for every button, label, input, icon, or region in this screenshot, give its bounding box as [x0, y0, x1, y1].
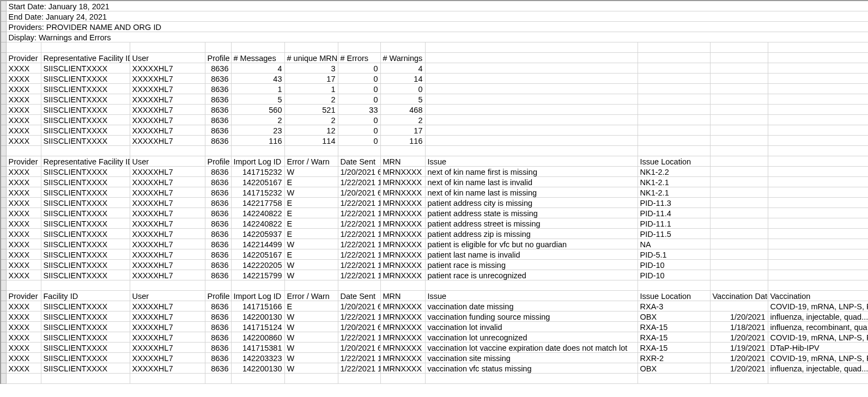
facility[interactable]: SIISCLIENTXXXX [41, 259, 130, 270]
row-gutter[interactable] [1, 228, 6, 239]
cell[interactable] [638, 63, 710, 73]
provider[interactable]: XXXX [6, 311, 41, 321]
date-sent[interactable]: 1/20/2021 6:22 [338, 321, 380, 332]
h-warnings[interactable]: # Warnings [380, 52, 425, 63]
row-gutter[interactable] [1, 21, 6, 32]
mrn[interactable]: MRNXXXX [380, 363, 425, 373]
vaccination[interactable]: COVID-19, mRNA, LNP-S, PF, ... [768, 352, 868, 363]
error-warn[interactable]: W [284, 363, 338, 373]
provider[interactable]: XXXX [6, 363, 41, 373]
date-sent[interactable]: 1/22/2021 14:05 [338, 249, 380, 259]
issue-location[interactable]: PID-10 [638, 270, 710, 280]
profile[interactable]: 8636 [205, 342, 231, 352]
facility[interactable]: SIISCLIENTXXXX [41, 104, 130, 114]
cell[interactable] [638, 104, 710, 114]
provider[interactable]: XXXX [6, 249, 41, 259]
mrn[interactable]: MRNXXXX [380, 187, 425, 197]
cell[interactable] [768, 145, 868, 156]
cell[interactable] [768, 63, 868, 73]
issue-location[interactable]: RXA-3 [638, 301, 710, 311]
row-gutter[interactable] [1, 259, 6, 270]
import-id[interactable]: 142240822 [231, 218, 284, 228]
date-sent[interactable]: 1/22/2021 14:05 [338, 176, 380, 187]
issue[interactable]: patient last name is invalid [425, 249, 638, 259]
cell[interactable] [41, 42, 130, 52]
cell[interactable] [338, 42, 380, 52]
profile[interactable]: 8636 [205, 311, 231, 321]
profile[interactable]: 8636 [205, 73, 231, 83]
error-warn[interactable]: W [284, 259, 338, 270]
import-id[interactable]: 142205937 [231, 228, 284, 239]
cell[interactable] [768, 73, 868, 83]
provider[interactable]: XXXX [6, 301, 41, 311]
cell[interactable] [205, 42, 231, 52]
h-user[interactable]: User [130, 52, 205, 63]
cell[interactable] [710, 187, 768, 197]
cell[interactable] [768, 94, 868, 104]
vaccination[interactable]: COVID-19, mRNA, LNP-S, PF, ... [768, 301, 868, 311]
h-import[interactable]: Import Log ID [231, 290, 284, 301]
error-warn[interactable]: W [284, 239, 338, 249]
issue[interactable]: next of kin name last is missing [425, 187, 638, 197]
import-id[interactable]: 142200130 [231, 311, 284, 321]
error-warn[interactable]: W [284, 187, 338, 197]
provider[interactable]: XXXX [6, 104, 41, 114]
issue-location[interactable]: RXA-15 [638, 342, 710, 352]
cell[interactable] [710, 83, 768, 94]
row-gutter[interactable] [1, 311, 6, 321]
cell[interactable] [768, 280, 868, 290]
row-gutter[interactable] [1, 249, 6, 259]
cell[interactable] [768, 228, 868, 239]
h-loc[interactable]: Issue Location [638, 156, 710, 166]
issue[interactable]: patient address street is missing [425, 218, 638, 228]
cell[interactable] [768, 207, 868, 218]
h-profile[interactable]: Profile [205, 290, 231, 301]
issue-location[interactable]: RXR-2 [638, 352, 710, 363]
cell[interactable] [41, 145, 130, 156]
messages[interactable]: 5 [231, 94, 284, 104]
facility[interactable]: SIISCLIENTXXXX [41, 239, 130, 249]
mrn[interactable]: MRNXXXX [380, 239, 425, 249]
cell[interactable] [768, 187, 868, 197]
issue[interactable]: vaccination date missing [425, 301, 638, 311]
row-gutter[interactable] [1, 270, 6, 280]
h-mrn[interactable]: MRN [380, 290, 425, 301]
import-id[interactable]: 141715232 [231, 187, 284, 197]
vacc-date[interactable] [710, 301, 768, 311]
cell[interactable] [768, 373, 868, 383]
h-profile[interactable]: Profile [205, 156, 231, 166]
facility[interactable]: SIISCLIENTXXXX [41, 135, 130, 145]
cell[interactable] [130, 42, 205, 52]
cell[interactable] [768, 114, 868, 125]
cell[interactable] [231, 373, 284, 383]
mrn[interactable]: MRNXXXX [380, 301, 425, 311]
cell[interactable] [710, 228, 768, 239]
provider[interactable]: XXXX [6, 83, 41, 94]
cell[interactable] [380, 280, 425, 290]
profile[interactable]: 8636 [205, 114, 231, 125]
h-provider[interactable]: Provider [6, 52, 41, 63]
profile[interactable]: 8636 [205, 301, 231, 311]
cell[interactable] [768, 197, 868, 207]
facility[interactable]: SIISCLIENTXXXX [41, 342, 130, 352]
errors[interactable]: 0 [338, 135, 380, 145]
cell[interactable] [425, 94, 638, 104]
cell[interactable] [710, 259, 768, 270]
issue-location[interactable]: PID-11.5 [638, 228, 710, 239]
cell[interactable] [231, 42, 284, 52]
user[interactable]: XXXXXHL7 [130, 352, 205, 363]
import-id[interactable]: 142200130 [231, 363, 284, 373]
warnings[interactable]: 17 [380, 125, 425, 135]
mrn[interactable]: MRNXXXX [380, 311, 425, 321]
row-gutter[interactable] [1, 52, 6, 63]
unique-mrn[interactable]: 12 [284, 125, 338, 135]
user[interactable]: XXXXXHL7 [130, 166, 205, 176]
row-gutter[interactable] [1, 197, 6, 207]
cell[interactable] [768, 218, 868, 228]
error-warn[interactable]: E [284, 176, 338, 187]
errors[interactable]: 0 [338, 94, 380, 104]
vacc-date[interactable]: 1/20/2021 [710, 332, 768, 342]
h-ew[interactable]: Error / Warn [284, 290, 338, 301]
provider[interactable]: XXXX [6, 218, 41, 228]
cell[interactable] [710, 125, 768, 135]
